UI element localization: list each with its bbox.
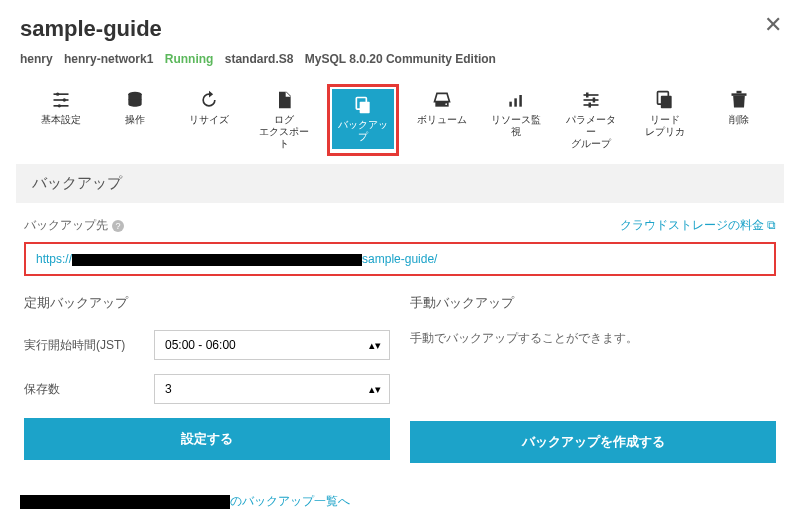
url-redacted bbox=[72, 254, 362, 266]
meta-bar: henry henry-network1 Running standard.S8… bbox=[20, 52, 780, 66]
refresh-icon: リサイズ bbox=[189, 114, 229, 126]
backup-list-link[interactable]: のバックアップ一覧へ bbox=[230, 494, 350, 508]
backup-dest-url[interactable]: https://sample-guide/ bbox=[24, 242, 776, 276]
svg-rect-21 bbox=[731, 93, 746, 96]
create-backup-button[interactable]: バックアップを作成する bbox=[410, 421, 776, 463]
copy-icon: バックアップ bbox=[334, 119, 392, 143]
tab-copy2[interactable]: リード レプリカ bbox=[634, 84, 696, 156]
tab-sliders[interactable]: 基本設定 bbox=[30, 84, 92, 156]
svg-rect-1 bbox=[54, 99, 69, 101]
svg-rect-22 bbox=[736, 91, 741, 94]
footer: のバックアップ一覧へ bbox=[20, 493, 350, 510]
file-icon: ログ エクスポート bbox=[255, 114, 313, 150]
manual-desc: 手動でバックアップすることができます。 bbox=[410, 330, 776, 347]
tab-hdd[interactable]: ボリューム bbox=[411, 84, 473, 156]
svg-rect-17 bbox=[592, 98, 595, 103]
help-icon[interactable]: ? bbox=[112, 220, 124, 232]
sliders2-icon: パラメーター グループ bbox=[562, 114, 620, 150]
svg-point-5 bbox=[58, 104, 61, 107]
meta-status: Running bbox=[165, 52, 214, 66]
sliders-icon: 基本設定 bbox=[41, 114, 81, 126]
time-select[interactable]: 05:00 - 06:00▴▾ bbox=[154, 330, 390, 360]
svg-rect-12 bbox=[520, 95, 523, 107]
tab-chart[interactable]: リソース監視 bbox=[485, 84, 547, 156]
storage-pricing-link[interactable]: クラウドストレージの料金 ⧉ bbox=[620, 217, 776, 234]
section-heading: バックアップ bbox=[16, 164, 784, 203]
retain-select[interactable]: 3▴▾ bbox=[154, 374, 390, 404]
tab-sliders2[interactable]: パラメーター グループ bbox=[560, 84, 622, 156]
copy2-icon: リード レプリカ bbox=[645, 114, 685, 138]
manual-backup-panel: 手動バックアップ 手動でバックアップすることができます。 バックアップを作成する bbox=[410, 294, 776, 463]
time-label: 実行開始時間(JST) bbox=[24, 337, 154, 354]
tab-refresh[interactable]: リサイズ bbox=[178, 84, 240, 156]
retain-label: 保存数 bbox=[24, 381, 154, 398]
manual-title: 手動バックアップ bbox=[410, 294, 776, 312]
chart-icon: リソース監視 bbox=[487, 114, 545, 138]
tab-copy[interactable]: バックアップ bbox=[332, 89, 394, 149]
url-suffix: sample-guide/ bbox=[362, 252, 437, 266]
tab-bar: 基本設定操作リサイズログ エクスポートバックアップボリュームリソース監視パラメー… bbox=[20, 84, 780, 164]
chevron-updown-icon: ▴▾ bbox=[369, 383, 381, 396]
backup-dest-label: バックアップ先? bbox=[24, 217, 124, 234]
meta-engine: MySQL 8.0.20 Community Edition bbox=[305, 52, 496, 66]
meta-user: henry bbox=[20, 52, 53, 66]
tab-trash[interactable]: 削除 bbox=[708, 84, 770, 156]
meta-network: henry-network1 bbox=[64, 52, 153, 66]
svg-rect-19 bbox=[661, 96, 672, 109]
svg-rect-7 bbox=[360, 102, 370, 114]
svg-rect-10 bbox=[510, 102, 512, 107]
svg-rect-11 bbox=[515, 98, 518, 106]
page-title: sample-guide bbox=[20, 16, 780, 42]
svg-rect-0 bbox=[54, 93, 69, 95]
svg-point-4 bbox=[63, 98, 66, 101]
meta-plan: standard.S8 bbox=[225, 52, 294, 66]
scheduled-backup-panel: 定期バックアップ 実行開始時間(JST) 05:00 - 06:00▴▾ 保存数… bbox=[24, 294, 390, 463]
svg-rect-18 bbox=[588, 103, 591, 108]
svg-rect-13 bbox=[583, 94, 598, 96]
footer-redacted bbox=[20, 495, 230, 509]
tab-database[interactable]: 操作 bbox=[104, 84, 166, 156]
svg-rect-16 bbox=[586, 93, 589, 98]
trash-icon: 削除 bbox=[729, 114, 749, 126]
svg-point-3 bbox=[56, 93, 59, 96]
chevron-updown-icon: ▴▾ bbox=[369, 339, 381, 352]
tab-file[interactable]: ログ エクスポート bbox=[253, 84, 315, 156]
url-prefix: https:// bbox=[36, 252, 72, 266]
scheduled-title: 定期バックアップ bbox=[24, 294, 390, 312]
close-icon[interactable]: ✕ bbox=[764, 12, 782, 38]
schedule-save-button[interactable]: 設定する bbox=[24, 418, 390, 460]
database-icon: 操作 bbox=[125, 114, 145, 126]
svg-rect-14 bbox=[583, 99, 598, 101]
svg-point-9 bbox=[445, 103, 447, 105]
hdd-icon: ボリューム bbox=[417, 114, 467, 126]
